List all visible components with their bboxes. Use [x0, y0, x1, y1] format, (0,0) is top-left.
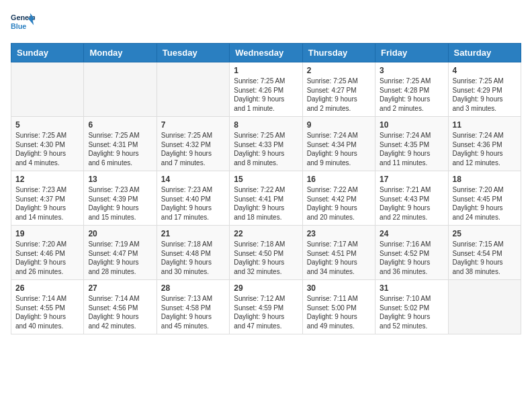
day-number: 31: [380, 283, 443, 293]
calendar-cell: 31Sunrise: 7:10 AM Sunset: 5:02 PM Dayli…: [375, 280, 448, 334]
day-number: 29: [234, 283, 298, 293]
calendar-week-row: 12Sunrise: 7:23 AM Sunset: 4:37 PM Dayli…: [11, 171, 521, 226]
day-info: Sunrise: 7:25 AM Sunset: 4:32 PM Dayligh…: [161, 131, 225, 167]
calendar-week-row: 1Sunrise: 7:25 AM Sunset: 4:26 PM Daylig…: [11, 62, 521, 117]
day-number: 14: [161, 175, 225, 184]
calendar-cell: 5Sunrise: 7:25 AM Sunset: 4:30 PM Daylig…: [11, 117, 84, 171]
calendar-cell: 6Sunrise: 7:25 AM Sunset: 4:31 PM Daylig…: [84, 117, 157, 171]
day-number: 4: [453, 66, 517, 75]
day-number: 19: [15, 229, 79, 238]
day-info: Sunrise: 7:23 AM Sunset: 4:37 PM Dayligh…: [15, 185, 79, 222]
day-info: Sunrise: 7:12 AM Sunset: 4:59 PM Dayligh…: [234, 294, 298, 330]
day-info: Sunrise: 7:25 AM Sunset: 4:30 PM Dayligh…: [15, 131, 79, 167]
day-info: Sunrise: 7:16 AM Sunset: 4:52 PM Dayligh…: [380, 240, 443, 276]
calendar-cell: 22Sunrise: 7:18 AM Sunset: 4:50 PM Dayli…: [230, 226, 302, 280]
day-number: 10: [380, 120, 443, 130]
day-info: Sunrise: 7:23 AM Sunset: 4:40 PM Dayligh…: [161, 185, 225, 222]
day-info: Sunrise: 7:11 AM Sunset: 5:00 PM Dayligh…: [307, 294, 371, 330]
day-number: 1: [234, 66, 298, 75]
day-number: 12: [15, 175, 79, 184]
day-number: 25: [453, 229, 517, 238]
day-info: Sunrise: 7:14 AM Sunset: 4:56 PM Dayligh…: [88, 294, 152, 330]
calendar-cell: 25Sunrise: 7:15 AM Sunset: 4:54 PM Dayli…: [448, 226, 521, 280]
day-info: Sunrise: 7:24 AM Sunset: 4:36 PM Dayligh…: [453, 131, 517, 167]
calendar-cell: 1Sunrise: 7:25 AM Sunset: 4:26 PM Daylig…: [230, 62, 302, 117]
day-number: 6: [88, 120, 152, 130]
day-info: Sunrise: 7:17 AM Sunset: 4:51 PM Dayligh…: [307, 240, 371, 276]
calendar-cell: [157, 62, 229, 117]
weekday-header: Thursday: [302, 44, 375, 62]
calendar-cell: 3Sunrise: 7:25 AM Sunset: 4:28 PM Daylig…: [375, 62, 448, 117]
calendar-cell: 13Sunrise: 7:23 AM Sunset: 4:39 PM Dayli…: [84, 171, 157, 226]
calendar-cell: 12Sunrise: 7:23 AM Sunset: 4:37 PM Dayli…: [11, 171, 84, 226]
day-info: Sunrise: 7:25 AM Sunset: 4:26 PM Dayligh…: [234, 77, 298, 113]
day-number: 21: [161, 229, 225, 238]
calendar-cell: 8Sunrise: 7:25 AM Sunset: 4:33 PM Daylig…: [230, 117, 302, 171]
day-number: 27: [88, 283, 152, 293]
day-number: 8: [234, 120, 298, 130]
calendar-cell: [448, 280, 521, 334]
day-info: Sunrise: 7:22 AM Sunset: 4:41 PM Dayligh…: [234, 185, 298, 222]
calendar-week-row: 26Sunrise: 7:14 AM Sunset: 4:55 PM Dayli…: [11, 280, 521, 334]
day-info: Sunrise: 7:13 AM Sunset: 4:58 PM Dayligh…: [161, 294, 225, 330]
calendar-cell: 16Sunrise: 7:22 AM Sunset: 4:42 PM Dayli…: [302, 171, 375, 226]
day-info: Sunrise: 7:25 AM Sunset: 4:31 PM Dayligh…: [88, 131, 152, 167]
calendar-cell: 7Sunrise: 7:25 AM Sunset: 4:32 PM Daylig…: [157, 117, 229, 171]
logo: GeneralBlue: [11, 11, 35, 35]
calendar-cell: 11Sunrise: 7:24 AM Sunset: 4:36 PM Dayli…: [448, 117, 521, 171]
day-number: 5: [15, 120, 79, 130]
day-number: 20: [88, 229, 152, 238]
calendar-cell: 30Sunrise: 7:11 AM Sunset: 5:00 PM Dayli…: [302, 280, 375, 334]
day-info: Sunrise: 7:20 AM Sunset: 4:46 PM Dayligh…: [15, 240, 79, 276]
day-info: Sunrise: 7:20 AM Sunset: 4:45 PM Dayligh…: [453, 185, 517, 222]
weekday-header: Monday: [84, 44, 157, 62]
day-number: 17: [380, 175, 443, 184]
day-number: 15: [234, 175, 298, 184]
day-info: Sunrise: 7:18 AM Sunset: 4:48 PM Dayligh…: [161, 240, 225, 276]
day-info: Sunrise: 7:25 AM Sunset: 4:29 PM Dayligh…: [453, 77, 517, 113]
calendar: SundayMondayTuesdayWednesdayThursdayFrid…: [11, 43, 521, 334]
weekday-header: Wednesday: [230, 44, 302, 62]
weekday-header: Tuesday: [157, 44, 229, 62]
weekday-header-row: SundayMondayTuesdayWednesdayThursdayFrid…: [11, 44, 521, 62]
day-number: 18: [453, 175, 517, 184]
day-number: 13: [88, 175, 152, 184]
calendar-cell: 9Sunrise: 7:24 AM Sunset: 4:34 PM Daylig…: [302, 117, 375, 171]
day-info: Sunrise: 7:18 AM Sunset: 4:50 PM Dayligh…: [234, 240, 298, 276]
calendar-cell: 23Sunrise: 7:17 AM Sunset: 4:51 PM Dayli…: [302, 226, 375, 280]
weekday-header: Friday: [375, 44, 448, 62]
day-info: Sunrise: 7:25 AM Sunset: 4:27 PM Dayligh…: [307, 77, 371, 113]
day-info: Sunrise: 7:25 AM Sunset: 4:33 PM Dayligh…: [234, 131, 298, 167]
day-number: 24: [380, 229, 443, 238]
day-number: 16: [307, 175, 371, 184]
calendar-cell: 4Sunrise: 7:25 AM Sunset: 4:29 PM Daylig…: [448, 62, 521, 117]
day-info: Sunrise: 7:24 AM Sunset: 4:34 PM Dayligh…: [307, 131, 371, 167]
day-info: Sunrise: 7:10 AM Sunset: 5:02 PM Dayligh…: [380, 294, 443, 330]
page-header: GeneralBlue: [11, 11, 521, 35]
day-number: 26: [15, 283, 79, 293]
calendar-cell: 28Sunrise: 7:13 AM Sunset: 4:58 PM Dayli…: [157, 280, 229, 334]
calendar-cell: 10Sunrise: 7:24 AM Sunset: 4:35 PM Dayli…: [375, 117, 448, 171]
calendar-cell: 17Sunrise: 7:21 AM Sunset: 4:43 PM Dayli…: [375, 171, 448, 226]
calendar-cell: 20Sunrise: 7:19 AM Sunset: 4:47 PM Dayli…: [84, 226, 157, 280]
day-info: Sunrise: 7:23 AM Sunset: 4:39 PM Dayligh…: [88, 185, 152, 222]
calendar-cell: 19Sunrise: 7:20 AM Sunset: 4:46 PM Dayli…: [11, 226, 84, 280]
calendar-cell: 27Sunrise: 7:14 AM Sunset: 4:56 PM Dayli…: [84, 280, 157, 334]
day-info: Sunrise: 7:24 AM Sunset: 4:35 PM Dayligh…: [380, 131, 443, 167]
day-number: 7: [161, 120, 225, 130]
day-info: Sunrise: 7:25 AM Sunset: 4:28 PM Dayligh…: [380, 77, 443, 113]
calendar-cell: 29Sunrise: 7:12 AM Sunset: 4:59 PM Dayli…: [230, 280, 302, 334]
day-info: Sunrise: 7:19 AM Sunset: 4:47 PM Dayligh…: [88, 240, 152, 276]
calendar-cell: 24Sunrise: 7:16 AM Sunset: 4:52 PM Dayli…: [375, 226, 448, 280]
day-info: Sunrise: 7:15 AM Sunset: 4:54 PM Dayligh…: [453, 240, 517, 276]
weekday-header: Saturday: [448, 44, 521, 62]
calendar-cell: [11, 62, 84, 117]
calendar-cell: 2Sunrise: 7:25 AM Sunset: 4:27 PM Daylig…: [302, 62, 375, 117]
calendar-cell: 14Sunrise: 7:23 AM Sunset: 4:40 PM Dayli…: [157, 171, 229, 226]
day-number: 23: [307, 229, 371, 238]
day-info: Sunrise: 7:22 AM Sunset: 4:42 PM Dayligh…: [307, 185, 371, 222]
calendar-week-row: 5Sunrise: 7:25 AM Sunset: 4:30 PM Daylig…: [11, 117, 521, 171]
calendar-cell: 21Sunrise: 7:18 AM Sunset: 4:48 PM Dayli…: [157, 226, 229, 280]
day-number: 28: [161, 283, 225, 293]
day-number: 30: [307, 283, 371, 293]
